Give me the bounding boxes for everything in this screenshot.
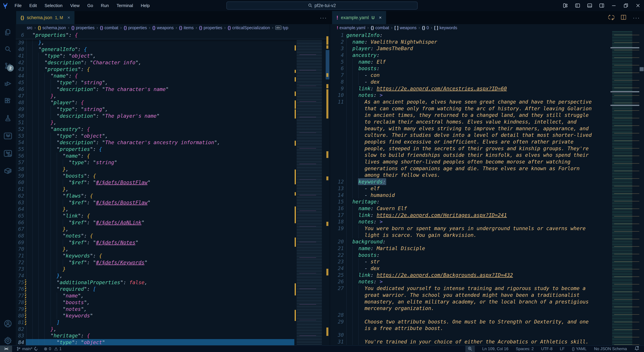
code-line-55[interactable]: 55 "properties": { xyxy=(16,146,330,153)
code-line-wrap[interactable]: people, steeped in the secrets of their … xyxy=(330,145,644,152)
code-line-49[interactable]: 49 "type": "string", xyxy=(16,106,330,113)
code-line-58[interactable]: 58 }, xyxy=(16,166,330,173)
code-line-66[interactable]: 66 "$ref": "#/$defs/AoNLink" xyxy=(16,219,330,226)
code-line-81[interactable]: 81 ] xyxy=(16,319,330,326)
close-tab-icon[interactable]: × xyxy=(379,15,382,20)
breadcrumb-item-properties[interactable]: {}properties xyxy=(124,25,147,30)
terraform-icon[interactable] xyxy=(0,128,16,144)
breadcrumb-item-src[interactable]: src xyxy=(27,25,32,30)
menu-help[interactable]: Help xyxy=(137,3,154,8)
code-line-23[interactable]: 23 - str xyxy=(330,258,644,265)
menu-go[interactable]: Go xyxy=(84,3,97,8)
code-line-wrap[interactable]: is a free attribute boost. xyxy=(330,325,644,332)
language-mode[interactable]: {}YAML xyxy=(572,346,587,351)
minimize-button[interactable] xyxy=(608,0,620,11)
restore-button[interactable] xyxy=(620,0,632,11)
code-line-1[interactable]: 1generalInfo: xyxy=(330,32,644,39)
breadcrumb-item-items[interactable]: {}items xyxy=(179,25,194,30)
code-line-wrap[interactable]: mercenary organization. xyxy=(330,305,644,312)
code-line-9[interactable]: 9 link: https://2e.aonprd.com/Ancestries… xyxy=(330,85,644,92)
code-line-78[interactable]: 78 "boosts", xyxy=(16,299,330,306)
code-line-73[interactable]: 73 } xyxy=(16,266,330,272)
code-line-47[interactable]: 47 }, xyxy=(16,93,330,99)
zoom-indicator[interactable] xyxy=(466,346,475,352)
code-line-19[interactable]: 19 You were born or spent many years in … xyxy=(330,225,644,232)
code-line-11[interactable]: 11 As an ancient people, elves have seen… xyxy=(330,99,644,105)
breadcrumb-item-keywords[interactable]: [ ]keywords xyxy=(434,25,457,30)
code-line-13[interactable]: 13 - elf xyxy=(330,185,644,192)
breadcrumb-item-combat[interactable]: {}combat xyxy=(371,25,389,30)
scrollbar-right[interactable] xyxy=(639,31,644,345)
breadcrumb-item-properties[interactable]: {}properties xyxy=(71,25,94,30)
explorer-icon[interactable] xyxy=(0,24,16,40)
close-tab-icon[interactable]: × xyxy=(68,15,70,20)
code-line-28[interactable]: 28 xyxy=(330,312,644,318)
code-line-50[interactable]: 50 "description": "The player's name" xyxy=(16,113,330,119)
minimap-right[interactable] xyxy=(610,31,639,345)
code-line-2[interactable]: 2 name: Vaelithra Nightwhisper xyxy=(330,39,644,45)
code-line-wrap[interactable]: slow to build friendships outside their … xyxy=(330,152,644,158)
toggle-panel-icon[interactable] xyxy=(584,0,596,11)
source-control-icon[interactable]: 2 xyxy=(0,58,16,74)
code-line-wrap[interactable]: light is scarce. You gain darkvision. xyxy=(330,232,644,238)
code-line-60[interactable]: 60 "$ref": "#/$defs/BoostFlaw" xyxy=(16,179,330,186)
code-line-75[interactable]: 75 "additionalProperties": false, xyxy=(16,279,330,286)
code-line-76[interactable]: 76 "required": [ xyxy=(16,286,330,292)
code-line-31[interactable]: 31 You're trained in your choice of eith… xyxy=(330,338,644,345)
breadcrumb-item-weapons[interactable]: [ ]weapons xyxy=(394,25,416,30)
command-center-search[interactable]: pf2e-tui-v2 xyxy=(226,2,418,10)
breadcrumb-item-combat[interactable]: {}combat xyxy=(100,25,118,30)
cursor-position[interactable]: Ln 109, Col 16 xyxy=(482,346,508,351)
problems-item[interactable]: ⊗ 0 ⚠ 1 xyxy=(44,346,62,351)
menu-run[interactable]: Run xyxy=(97,3,113,8)
minimap-left[interactable] xyxy=(294,31,325,345)
code-line-43[interactable]: 43 "properties": { xyxy=(16,66,330,73)
code-line-wrap[interactable]: beauty, with many elves striving to impr… xyxy=(330,125,644,132)
editor-pane-schema-json[interactable]: 39 },40 "generalInfo": {41 "type": "obje… xyxy=(16,31,330,345)
code-line-44[interactable]: 44 "name": { xyxy=(16,73,330,79)
customize-layout-icon[interactable] xyxy=(560,0,572,11)
menu-terminal[interactable]: Terminal xyxy=(113,3,137,8)
code-line-80[interactable]: 80 "keywords" xyxy=(16,312,330,319)
menu-selection[interactable]: Selection xyxy=(41,3,66,8)
code-line-6[interactable]: 6 "properties": { xyxy=(16,31,330,39)
code-line-45[interactable]: 45 "type": "string", xyxy=(16,79,330,86)
breadcrumb-item-properties[interactable]: {}properties xyxy=(199,25,222,30)
code-line-79[interactable]: 79 "notes", xyxy=(16,306,330,312)
breadcrumb-item-weapons[interactable]: {}weapons xyxy=(152,25,174,30)
code-line-61[interactable]: 61 }, xyxy=(16,186,330,193)
code-line-wrap[interactable]: culture. Their studies delve into a leve… xyxy=(330,132,644,139)
code-line-17[interactable]: 17 link: https://2e.aonprd.com/Heritages… xyxy=(330,212,644,219)
testing-beaker-icon[interactable] xyxy=(0,110,16,126)
sticky-scroll-row[interactable]: 6 "properties": { xyxy=(16,31,330,39)
git-branch-item[interactable]: main* xyxy=(16,346,38,351)
breadcrumb-item-example.yaml[interactable]: !example.yaml xyxy=(337,25,366,30)
code-line-69[interactable]: 69 "$ref": "#/$defs/Notes" xyxy=(16,239,330,246)
toggle-primary-sidebar-icon[interactable] xyxy=(572,0,584,11)
breadcrumb-item-typ[interactable]: abctyp xyxy=(276,25,288,30)
editor-actions-more-icon[interactable]: ··· xyxy=(633,15,640,21)
code-line-72[interactable]: 72 "$ref": "#/$defs/Keywords" xyxy=(16,259,330,266)
scrollbar-slider[interactable] xyxy=(640,67,644,71)
code-line-20[interactable]: 20 background: xyxy=(330,238,644,245)
app-logo-icon[interactable] xyxy=(0,2,11,9)
code-line-53[interactable]: 53 "type": "object", xyxy=(16,133,330,139)
indentation[interactable]: Spaces: 2 xyxy=(516,346,534,351)
account-icon[interactable] xyxy=(0,315,16,332)
code-line-42[interactable]: 42 "description": "Character info", xyxy=(16,59,330,66)
close-window-button[interactable] xyxy=(632,0,644,11)
code-line-10[interactable]: 10 notes: > xyxy=(330,92,644,99)
code-line-wrap[interactable]: to reclaim their ancestral homes. Elves … xyxy=(330,119,644,125)
code-line-62[interactable]: 62 "flaws": { xyxy=(16,193,330,199)
code-line-wrap[interactable]: peoples find excessive or inefficient. E… xyxy=(330,139,644,145)
code-line-83[interactable]: 83 "heritage": { xyxy=(16,332,330,339)
menu-view[interactable]: View xyxy=(66,3,84,8)
code-line-15[interactable]: 15 heritage: xyxy=(330,198,644,205)
code-line-wrap[interactable]: monastery, an elite military academy, or… xyxy=(330,298,644,305)
code-line-4[interactable]: 4 ancestry: xyxy=(330,52,644,59)
menu-file[interactable]: File xyxy=(11,3,26,8)
search-sidebar-icon[interactable] xyxy=(0,41,16,57)
code-line-18[interactable]: 18 notes: > xyxy=(330,218,644,225)
breadcrumb-item-schema.json[interactable]: {}schema.json xyxy=(38,25,66,30)
code-line-21[interactable]: 21 name: Martial Disciple xyxy=(330,245,644,252)
